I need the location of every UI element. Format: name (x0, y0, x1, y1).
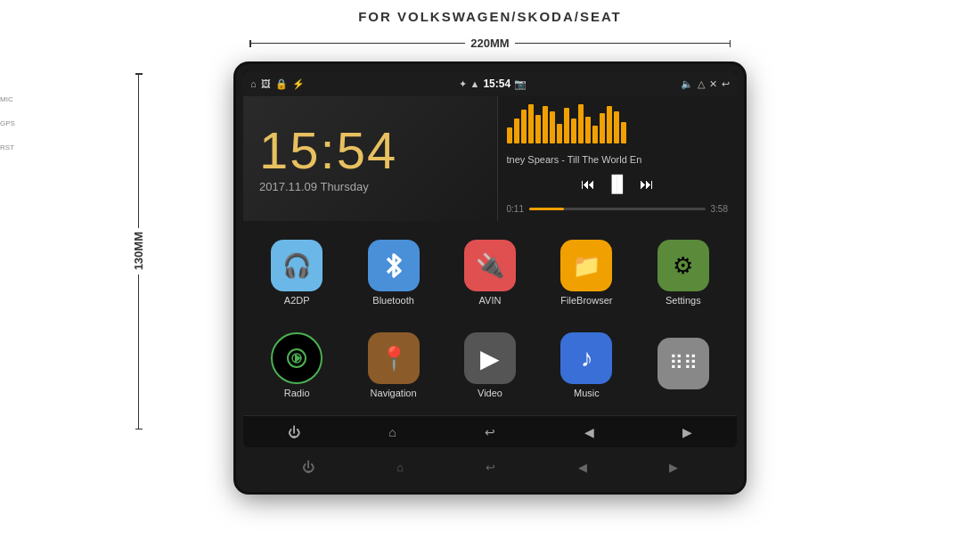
eq-bar (592, 126, 598, 143)
prev-button[interactable]: ⏮ (581, 176, 595, 192)
eq-bar (507, 127, 512, 143)
hw-home[interactable]: ⌂ (396, 461, 404, 474)
navigation-label: Navigation (371, 388, 417, 398)
eq-bar (585, 117, 591, 143)
hw-back[interactable]: ↩ (486, 461, 495, 474)
clock-widget: 15:54 2017.11.09 Thursday (243, 96, 498, 221)
clock-date: 2017.11.09 Thursday (259, 180, 481, 193)
music-icon: ♪ (560, 332, 612, 384)
photo-icon: 🖼 (261, 78, 271, 89)
hw-power[interactable]: ⏻ (302, 460, 314, 474)
video-icon: ▶ (464, 332, 516, 384)
app-radio[interactable]: Radio (250, 321, 343, 410)
bluetooth-app-icon (368, 240, 420, 291)
time-total: 3:58 (711, 204, 728, 214)
music-widget: tney Spears - Till The World En ⏮ ▐▌ ⏭ 0… (498, 96, 738, 221)
avin-icon: 🔌 (464, 240, 516, 291)
bluetooth-icon: ✦ (459, 78, 467, 90)
vol-up-button[interactable]: ▶ (682, 425, 692, 439)
radio-icon (271, 332, 323, 384)
eq-bar (528, 104, 534, 143)
music-label: Music (574, 388, 600, 398)
app-avin[interactable]: 🔌 AVIN (444, 228, 536, 317)
eq-bar (614, 111, 619, 143)
clock-time: 15:54 (259, 125, 481, 176)
gps-label: GPS (0, 119, 15, 127)
back-nav-button[interactable]: ↩ (485, 425, 495, 439)
tick-right (730, 40, 731, 47)
hw-prev[interactable]: ◀ (578, 461, 587, 474)
height-line-top (138, 75, 140, 229)
app-music[interactable]: ♪ Music (540, 321, 633, 410)
height-line-bottom (138, 274, 140, 429)
eq-bar (621, 122, 626, 143)
page-title: FOR VOLKSWAGEN/SKODA/SEAT (0, 0, 980, 24)
eq-bar (521, 110, 527, 143)
camera-icon: 📷 (514, 78, 527, 90)
power-button[interactable]: ⏻ (288, 425, 300, 439)
app-filebrowser[interactable]: 📁 FileBrowser (540, 228, 633, 317)
eq-bar (550, 111, 555, 143)
app-grid-row1: 🎧 A2DP Bluetooth 🔌 AVIN (243, 221, 737, 319)
rst-label: RST (0, 143, 15, 151)
a2dp-icon: 🎧 (271, 240, 323, 291)
status-center: ✦ ▲ 15:54 📷 (459, 78, 527, 90)
avin-label: AVIN (479, 295, 502, 306)
music-progress: 0:11 3:58 (507, 204, 729, 214)
home-nav-button[interactable]: ⌂ (388, 425, 396, 439)
widget-row: 15:54 2017.11.09 Thursday (243, 96, 737, 221)
height-label: 130MM (132, 228, 145, 274)
status-bar: ⌂ 🖼 🔒 ⚡ ✦ ▲ 15:54 📷 🔈 △ ✕ ↩ (243, 71, 737, 96)
hw-next[interactable]: ▶ (669, 461, 678, 474)
app-video[interactable]: ▶ Video (444, 321, 536, 410)
width-label: 220MM (465, 37, 514, 50)
eq-bar (514, 119, 519, 143)
screen: ⌂ 🖼 🔒 ⚡ ✦ ▲ 15:54 📷 🔈 △ ✕ ↩ (243, 71, 737, 447)
progress-bar (529, 208, 706, 210)
app-grid-row2: Radio 📍 Navigation ▶ Video ♪ Music (243, 319, 737, 415)
screen-content: 15:54 2017.11.09 Thursday (243, 96, 737, 447)
time-elapsed: 0:11 (507, 204, 524, 214)
lock-icon: 🔒 (275, 78, 288, 90)
bottom-nav-bar: ⏻ ⌂ ↩ ◀ ▶ (243, 415, 737, 447)
navigation-icon: 📍 (368, 332, 420, 384)
status-right: 🔈 △ ✕ ↩ (681, 78, 730, 90)
eq-bar (607, 106, 612, 143)
app-settings[interactable]: ⚙ Settings (637, 228, 730, 317)
filebrowser-label: FileBrowser (560, 295, 612, 306)
tick-bottom (135, 429, 143, 430)
back-icon: ↩ (722, 78, 730, 90)
video-label: Video (478, 388, 502, 398)
app-a2dp[interactable]: 🎧 A2DP (250, 228, 343, 317)
hardware-bar: ⏻ ⌂ ↩ ◀ ▶ (243, 451, 737, 483)
wifi-icon: ▲ (470, 78, 480, 89)
eq-bar (535, 115, 541, 143)
close-icon: ✕ (709, 78, 717, 90)
eject-icon: △ (698, 78, 705, 90)
eq-bar (557, 124, 562, 143)
side-labels: MIC GPS RST (0, 95, 15, 151)
app-bluetooth[interactable]: Bluetooth (347, 228, 439, 317)
eq-bar (600, 113, 605, 143)
vol-icon: 🔈 (681, 78, 693, 90)
vol-down-button[interactable]: ◀ (584, 425, 594, 439)
app-more[interactable]: ⠿⠿ (637, 321, 730, 410)
app-navigation[interactable]: 📍 Navigation (347, 321, 439, 410)
equalizer (507, 103, 729, 143)
width-line-right (515, 43, 730, 45)
height-dimension: 130MM (132, 73, 145, 429)
music-controls: ⏮ ▐▌ ⏭ (507, 175, 729, 193)
home-icon: ⌂ (250, 78, 257, 89)
next-button[interactable]: ⏭ (640, 176, 654, 192)
a2dp-label: A2DP (284, 295, 310, 306)
device-shell: ⌂ 🖼 🔒 ⚡ ✦ ▲ 15:54 📷 🔈 △ ✕ ↩ (236, 64, 744, 492)
play-button[interactable]: ▐▌ (606, 175, 629, 193)
music-track: tney Spears - Till The World En (507, 154, 729, 165)
settings-icon: ⚙ (657, 240, 709, 291)
width-line-left (251, 43, 466, 45)
bluetooth-label: Bluetooth (372, 295, 413, 306)
progress-fill (529, 208, 565, 210)
usb-icon: ⚡ (292, 78, 305, 90)
filebrowser-icon: 📁 (560, 240, 612, 291)
status-time: 15:54 (483, 78, 510, 90)
